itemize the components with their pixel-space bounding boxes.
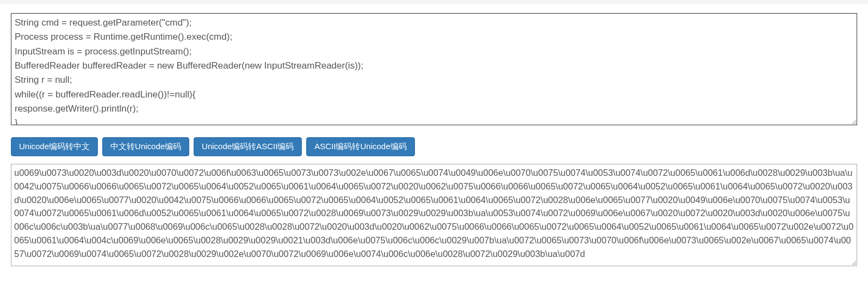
input-textarea[interactable] [11, 13, 857, 125]
main-container: Unicode编码转中文 中文转Unicode编码 Unicode编码转ASCI… [0, 4, 868, 277]
unicode-to-ascii-button[interactable]: Unicode编码转ASCII编码 [194, 137, 302, 156]
chinese-to-unicode-button[interactable]: 中文转Unicode编码 [102, 137, 189, 156]
button-row: Unicode编码转中文 中文转Unicode编码 Unicode编码转ASCI… [11, 137, 857, 156]
ascii-to-unicode-button[interactable]: ASCII编码转Unicode编码 [306, 137, 414, 156]
output-textarea[interactable] [11, 164, 857, 266]
unicode-to-chinese-button[interactable]: Unicode编码转中文 [11, 137, 98, 156]
top-divider [0, 0, 868, 4]
